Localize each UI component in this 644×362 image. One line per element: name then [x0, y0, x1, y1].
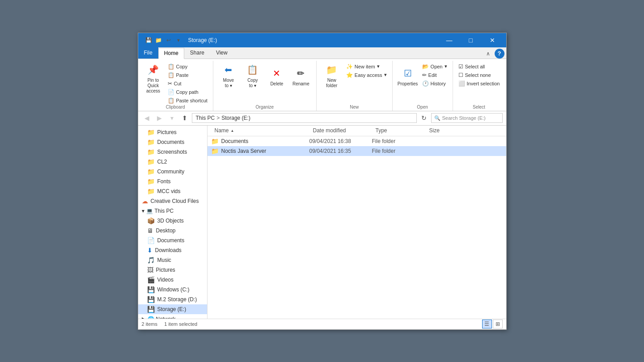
quick-access-folder[interactable]: 📁 — [154, 36, 163, 45]
m2-storage-icon: 💾 — [147, 296, 155, 303]
back-button[interactable]: ◀ — [142, 113, 153, 123]
file-date-documents: 09/04/2021 16:38 — [309, 138, 372, 144]
sidebar-item-creative-cloud[interactable]: ☁ Creative Cloud Files — [138, 196, 207, 206]
sidebar-item-pictures[interactable]: 📁 Pictures 📌 — [138, 127, 207, 137]
cl2-icon: 📁 — [147, 158, 155, 165]
sidebar-item-label: MCC vids — [157, 188, 181, 194]
move-to-icon: ⬅ — [221, 63, 236, 77]
history-button[interactable]: 🕐 History — [420, 80, 449, 88]
col-header-type[interactable]: Type — [372, 126, 426, 136]
sidebar-item-storage-e[interactable]: 💾 Storage (E:) — [138, 304, 207, 314]
history-icon: 🕐 — [422, 80, 429, 87]
easy-access-button[interactable]: ⭐ Easy access ▾ — [344, 71, 389, 79]
paste-shortcut-button[interactable]: 📋 Paste shortcut — [166, 97, 209, 105]
sidebar-item-label: Desktop — [156, 227, 176, 234]
sidebar-this-pc[interactable]: ▾ 💻 This PC — [138, 206, 207, 216]
sidebar-item-fonts[interactable]: 📁 Fonts — [138, 177, 207, 186]
ribbon-minimize-btn[interactable]: ∧ — [484, 49, 493, 58]
view-large-icons-button[interactable]: ⊞ — [493, 320, 503, 328]
sidebar-item-3d-objects[interactable]: 📦 3D Objects — [138, 216, 207, 226]
edit-button[interactable]: ✏ Edit — [420, 71, 449, 79]
quick-access-undo[interactable]: ↩ — [164, 36, 173, 45]
sidebar-item-desktop[interactable]: 🖥 Desktop — [138, 226, 207, 236]
windows-c-icon: 💾 — [147, 286, 155, 293]
tab-share[interactable]: Share — [184, 47, 210, 59]
3d-objects-icon: 📦 — [147, 217, 155, 224]
sidebar-item-documents2[interactable]: 📄 Documents — [138, 236, 207, 245]
quick-access-dropdown[interactable]: ▾ — [174, 36, 183, 45]
help-button[interactable]: ? — [495, 49, 504, 59]
ribbon-group-select: ☑ Select all ☐ Select none ⬜ Invert sele… — [453, 61, 505, 111]
sidebar-item-community[interactable]: 📁 Community — [138, 167, 207, 177]
sidebar-item-label: Community — [157, 168, 185, 175]
music-icon: 🎵 — [147, 257, 155, 264]
sidebar-item-documents[interactable]: 📁 Documents 📌 — [138, 137, 207, 147]
file-row-documents[interactable]: 📁 Documents 09/04/2021 16:38 File folder — [208, 136, 506, 146]
minimize-button[interactable]: — — [439, 33, 460, 47]
breadcrumb-storage[interactable]: Storage (E:) — [221, 115, 250, 121]
paste-button[interactable]: 📋 Paste — [166, 71, 209, 79]
copy-to-icon: 📋 — [246, 63, 260, 77]
col-header-size[interactable]: Size — [426, 126, 462, 136]
forward-button[interactable]: ▶ — [154, 113, 165, 123]
select-none-icon: ☐ — [458, 72, 463, 78]
refresh-button[interactable]: ↻ — [419, 113, 429, 123]
sidebar-item-label: Fonts — [157, 178, 171, 185]
select-col: ☑ Select all ☐ Select none ⬜ Invert sele… — [457, 62, 502, 88]
status-items-count: 2 items 1 item selected — [142, 321, 198, 327]
rename-button[interactable]: ✏ Rename — [289, 62, 313, 88]
file-row-noctis[interactable]: 📁 Noctis Java Server 09/04/2021 16:35 Fi… — [208, 146, 506, 156]
sidebar-item-music[interactable]: 🎵 Music — [138, 255, 207, 265]
sidebar-item-label: Pictures — [157, 129, 177, 135]
move-to-button[interactable]: ⬅ Moveto ▾ — [217, 62, 240, 89]
select-none-button[interactable]: ☐ Select none — [457, 71, 502, 79]
recent-locations-button[interactable]: ▾ — [167, 113, 178, 123]
sidebar-item-cl2[interactable]: 📁 CL2 — [138, 157, 207, 167]
storage-e-icon: 💾 — [147, 306, 155, 313]
paste-icon: 📋 — [168, 72, 174, 78]
col-header-name[interactable]: Name ▲ — [211, 126, 309, 136]
invert-selection-button[interactable]: ⬜ Invert selection — [457, 80, 502, 88]
tab-home[interactable]: Home — [158, 48, 184, 59]
quick-access-bar: 💾 📁 ↩ ▾ — [142, 36, 186, 45]
close-button[interactable]: ✕ — [482, 33, 503, 47]
search-box[interactable]: 🔍 Search Storage (E:) — [431, 113, 503, 123]
quick-access-save[interactable]: 💾 — [144, 36, 153, 45]
breadcrumb-thispc[interactable]: This PC — [196, 115, 215, 121]
sidebar-item-m2-storage[interactable]: 💾 M.2 Storage (D:) — [138, 295, 207, 304]
sidebar-item-pictures2[interactable]: 🖼 Pictures — [138, 265, 207, 275]
new-folder-button[interactable]: 📁 Newfolder — [320, 62, 343, 89]
pin-icon: 📌 — [146, 63, 161, 77]
tab-file[interactable]: File — [138, 47, 158, 59]
open-button[interactable]: 📂 Open ▾ — [420, 63, 449, 71]
sidebar-item-label: Creative Cloud Files — [151, 198, 199, 204]
file-date-noctis: 09/04/2021 16:35 — [309, 148, 372, 154]
sidebar-item-windows-c[interactable]: 💾 Windows (C:) — [138, 285, 207, 295]
pin-to-quick-access-button[interactable]: 📌 Pin to Quickaccess — [142, 62, 165, 95]
tab-view[interactable]: View — [210, 47, 233, 59]
edit-icon: ✏ — [422, 72, 427, 78]
sidebar-item-mcc-vids[interactable]: 📁 MCC vids — [138, 186, 207, 196]
open-label: Open — [396, 105, 449, 111]
delete-button[interactable]: ✕ Delete — [265, 62, 288, 88]
address-path[interactable]: This PC > Storage (E:) — [192, 113, 417, 123]
copy-to-button[interactable]: 📋 Copyto ▾ — [241, 62, 264, 89]
select-all-button[interactable]: ☑ Select all — [457, 63, 502, 71]
cut-button[interactable]: ✂ Cut — [166, 80, 209, 88]
maximize-button[interactable]: □ — [461, 33, 481, 47]
expand-icon: ▾ — [142, 208, 144, 214]
properties-button[interactable]: ☑ Properties — [396, 62, 419, 88]
sidebar-item-downloads[interactable]: ⬇ Downloads — [138, 245, 207, 255]
up-button[interactable]: ⬆ — [179, 113, 190, 123]
new-item-button[interactable]: ✨ New item ▾ — [344, 63, 389, 71]
col-header-date[interactable]: Date modified — [309, 126, 372, 136]
view-details-button[interactable]: ☰ — [482, 320, 492, 328]
copy-button[interactable]: 📋 Copy — [166, 63, 209, 71]
pin-label: Pin to Quickaccess — [143, 78, 164, 94]
open-col: 📂 Open ▾ ✏ Edit 🕐 History — [420, 62, 449, 88]
copy-path-button[interactable]: 📄 Copy path — [166, 88, 209, 96]
sidebar-item-screenshots[interactable]: 📁 Screenshots 📌 — [138, 147, 207, 157]
sidebar-network[interactable]: ▶ 🌐 Network — [138, 314, 207, 319]
sidebar-item-videos[interactable]: 🎬 Videos — [138, 275, 207, 285]
ribbon-group-organize: ⬅ Moveto ▾ 📋 Copyto ▾ ✕ Delete ✏ Rename … — [213, 61, 317, 111]
